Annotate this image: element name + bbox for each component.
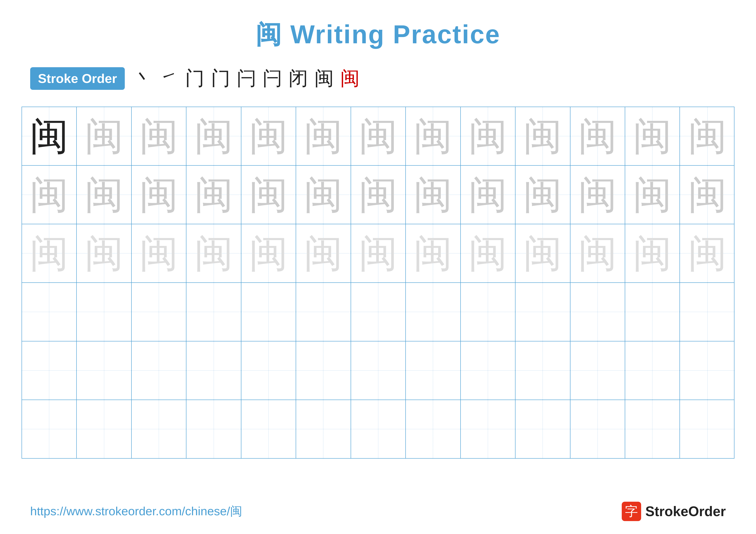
cell-r3-c6[interactable]: 闽: [296, 224, 351, 282]
grid-row-5: [22, 342, 734, 400]
cell-r6-c8[interactable]: [406, 400, 461, 458]
cell-r4-c5[interactable]: [241, 283, 296, 341]
footer-logo-text: StrokeOrder: [645, 503, 726, 519]
cell-r1-c9[interactable]: 闽: [461, 107, 516, 165]
cell-r6-c12[interactable]: [625, 400, 680, 458]
grid-row-4: [22, 283, 734, 342]
char-light: 闽: [578, 117, 617, 156]
cell-r5-c1[interactable]: [22, 342, 77, 399]
cell-r3-c7[interactable]: 闽: [351, 224, 406, 282]
cell-r5-c12[interactable]: [625, 342, 680, 399]
cell-r4-c13[interactable]: [680, 283, 735, 341]
cell-r6-c5[interactable]: [241, 400, 296, 458]
cell-r1-c7[interactable]: 闽: [351, 107, 406, 165]
cell-r3-c10[interactable]: 闽: [516, 224, 570, 282]
cell-r5-c5[interactable]: [241, 342, 296, 399]
cell-r6-c1[interactable]: [22, 400, 77, 458]
cell-r2-c9[interactable]: 闽: [461, 165, 516, 224]
cell-r6-c3[interactable]: [132, 400, 186, 458]
char-lighter: 闽: [469, 234, 507, 273]
char-light: 闽: [30, 175, 68, 214]
cell-r3-c12[interactable]: 闽: [625, 224, 680, 282]
grid-row-2: 闽 闽 闽 闽 闽 闽 闽 闽 闽 闽 闽 闽 闽: [22, 165, 734, 224]
cell-r2-c1[interactable]: 闽: [22, 165, 77, 224]
cell-r4-c11[interactable]: [570, 283, 625, 341]
cell-r2-c10[interactable]: 闽: [516, 165, 570, 224]
cell-r6-c6[interactable]: [296, 400, 351, 458]
cell-r4-c4[interactable]: [186, 283, 241, 341]
cell-r1-c8[interactable]: 闽: [406, 107, 461, 165]
cell-r5-c13[interactable]: [680, 342, 735, 399]
cell-r5-c8[interactable]: [406, 342, 461, 399]
footer-logo-icon: 字: [622, 502, 641, 521]
cell-r6-c2[interactable]: [77, 400, 131, 458]
cell-r3-c4[interactable]: 闽: [186, 224, 241, 282]
cell-r3-c1[interactable]: 闽: [22, 224, 77, 282]
cell-r2-c4[interactable]: 闽: [186, 165, 241, 224]
cell-r1-c12[interactable]: 闽: [625, 107, 680, 165]
cell-r2-c2[interactable]: 闽: [77, 165, 131, 224]
cell-r6-c10[interactable]: [516, 400, 570, 458]
char-light: 闽: [249, 117, 288, 156]
cell-r2-c12[interactable]: 闽: [625, 165, 680, 224]
cell-r4-c1[interactable]: [22, 283, 77, 341]
cell-r2-c8[interactable]: 闽: [406, 165, 461, 224]
cell-r5-c2[interactable]: [77, 342, 131, 399]
cell-r4-c6[interactable]: [296, 283, 351, 341]
cell-r2-c13[interactable]: 闽: [680, 165, 735, 224]
cell-r1-c5[interactable]: 闽: [241, 107, 296, 165]
stroke-3: 门: [185, 65, 204, 91]
cell-r5-c7[interactable]: [351, 342, 406, 399]
cell-r1-c11[interactable]: 闽: [570, 107, 625, 165]
cell-r6-c9[interactable]: [461, 400, 516, 458]
cell-r6-c13[interactable]: [680, 400, 735, 458]
cell-r4-c3[interactable]: [132, 283, 186, 341]
cell-r1-c2[interactable]: 闽: [77, 107, 131, 165]
char-light: 闽: [523, 175, 562, 214]
cell-r5-c11[interactable]: [570, 342, 625, 399]
cell-r6-c11[interactable]: [570, 400, 625, 458]
stroke-order-section: Stroke Order 丶 ㇀ 门 门 闩 闩 闭 闽 闽: [0, 52, 756, 100]
cell-r4-c2[interactable]: [77, 283, 131, 341]
cell-r3-c5[interactable]: 闽: [241, 224, 296, 282]
cell-r1-c3[interactable]: 闽: [132, 107, 186, 165]
cell-r2-c7[interactable]: 闽: [351, 165, 406, 224]
cell-r4-c8[interactable]: [406, 283, 461, 341]
cell-r4-c9[interactable]: [461, 283, 516, 341]
char-light: 闽: [304, 175, 343, 214]
cell-r2-c3[interactable]: 闽: [132, 165, 186, 224]
cell-r3-c8[interactable]: 闽: [406, 224, 461, 282]
cell-r4-c10[interactable]: [516, 283, 570, 341]
char-light: 闽: [139, 175, 178, 214]
cell-r1-c13[interactable]: 闽: [680, 107, 735, 165]
cell-r2-c6[interactable]: 闽: [296, 165, 351, 224]
char-lighter: 闽: [249, 234, 288, 273]
char-lighter: 闽: [359, 234, 398, 273]
cell-r5-c6[interactable]: [296, 342, 351, 399]
cell-r3-c3[interactable]: 闽: [132, 224, 186, 282]
cell-r3-c13[interactable]: 闽: [680, 224, 735, 282]
footer-logo: 字 StrokeOrder: [622, 502, 726, 521]
char-light: 闽: [359, 117, 398, 156]
char-light: 闽: [359, 175, 398, 214]
cell-r3-c2[interactable]: 闽: [77, 224, 131, 282]
cell-r1-c1[interactable]: 闽: [22, 107, 77, 165]
cell-r1-c6[interactable]: 闽: [296, 107, 351, 165]
stroke-1: 丶: [133, 65, 153, 91]
cell-r6-c7[interactable]: [351, 400, 406, 458]
cell-r5-c9[interactable]: [461, 342, 516, 399]
char-lighter: 闽: [304, 234, 343, 273]
cell-r5-c3[interactable]: [132, 342, 186, 399]
cell-r6-c4[interactable]: [186, 400, 241, 458]
cell-r5-c4[interactable]: [186, 342, 241, 399]
cell-r1-c4[interactable]: 闽: [186, 107, 241, 165]
footer: https://www.strokeorder.com/chinese/闽 字 …: [0, 502, 756, 521]
cell-r3-c11[interactable]: 闽: [570, 224, 625, 282]
cell-r4-c12[interactable]: [625, 283, 680, 341]
cell-r1-c10[interactable]: 闽: [516, 107, 570, 165]
cell-r5-c10[interactable]: [516, 342, 570, 399]
cell-r2-c5[interactable]: 闽: [241, 165, 296, 224]
cell-r3-c9[interactable]: 闽: [461, 224, 516, 282]
cell-r4-c7[interactable]: [351, 283, 406, 341]
cell-r2-c11[interactable]: 闽: [570, 165, 625, 224]
